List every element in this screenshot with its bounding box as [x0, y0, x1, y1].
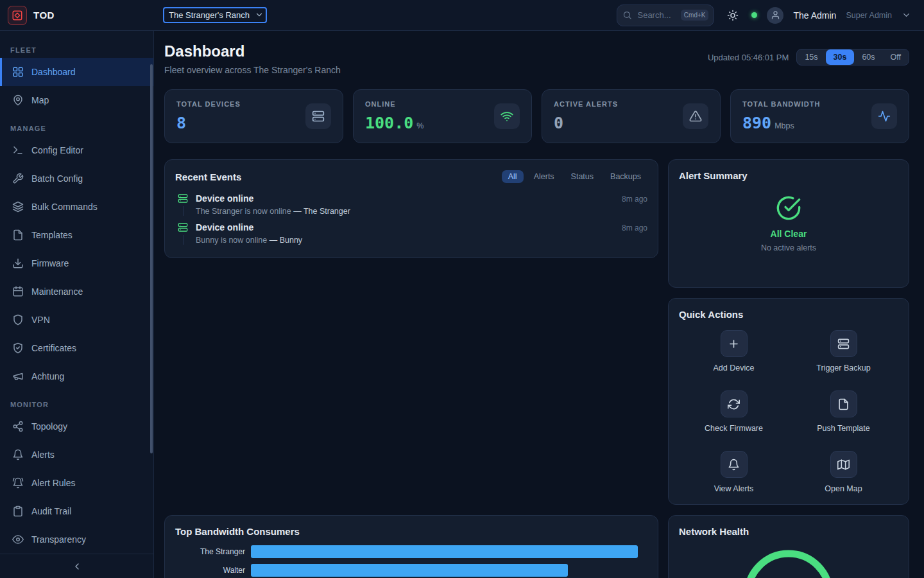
sidebar-scrollbar[interactable] — [150, 64, 153, 453]
sidebar-item-label: Firmware — [31, 258, 69, 268]
refresh-60s-button[interactable]: 60s — [854, 49, 882, 65]
stat-label: TOTAL BANDWIDTH — [742, 100, 820, 108]
page-subtitle: Fleet overview across The Stranger's Ran… — [164, 65, 341, 75]
bell-icon — [728, 459, 740, 471]
shield-check-icon — [12, 342, 24, 354]
sidebar-item-templates[interactable]: Templates — [0, 221, 153, 249]
wrench-icon — [12, 173, 24, 184]
chevron-left-icon — [72, 561, 82, 572]
health-ring-chart — [740, 547, 837, 578]
bandwidth-bars: The Stranger Walter — [175, 545, 647, 577]
bandwidth-bar-row: The Stranger — [175, 545, 647, 558]
refresh-off-button[interactable]: Off — [883, 49, 909, 65]
add-device-action[interactable]: Add Device — [679, 330, 789, 372]
user-menu-chevron-down-icon[interactable] — [902, 10, 911, 20]
alert-summary-card: Alert Summary All Clear No active alerts — [668, 159, 909, 288]
stat-unit: Mbps — [774, 121, 794, 130]
stat-card-online: ONLINE 100.0 % — [353, 89, 532, 143]
map-pin-icon — [12, 94, 24, 106]
sidebar-item-vpn[interactable]: VPN — [0, 306, 153, 334]
open-map-action[interactable]: Open Map — [789, 451, 898, 493]
quick-actions-grid: Add Device Trigger Backup Check Firmware — [679, 330, 898, 493]
bandwidth-card: Top Bandwidth Consumers The Stranger Wal… — [164, 515, 658, 578]
stat-value: 0 — [554, 114, 563, 132]
network-health-title: Network Health — [679, 526, 898, 537]
refresh-15s-button[interactable]: 15s — [797, 49, 825, 65]
device-server-icon — [178, 222, 188, 232]
sidebar-item-transparency[interactable]: Transparency — [0, 525, 153, 554]
sidebar-item-label: VPN — [31, 315, 50, 325]
user-icon — [771, 10, 780, 20]
page-title: Dashboard — [164, 42, 341, 60]
event-device-name: — The Stranger — [293, 207, 350, 216]
bar-label: The Stranger — [175, 547, 251, 556]
sidebar-item-firmware[interactable]: Firmware — [0, 249, 153, 277]
stat-card-total-bandwidth: TOTAL BANDWIDTH 890 Mbps — [730, 89, 909, 143]
push-template-action[interactable]: Push Template — [789, 390, 898, 433]
main-content: Dashboard Fleet overview across The Stra… — [154, 31, 924, 578]
search-icon — [622, 10, 632, 20]
sidebar-item-bulk-commands[interactable]: Bulk Commands — [0, 193, 153, 221]
events-list: Device online The Stranger is now online… — [175, 189, 647, 247]
plus-icon — [728, 338, 740, 350]
bell-ring-icon — [12, 477, 24, 489]
refresh-30s-button[interactable]: 30s — [826, 49, 855, 65]
event-device-name: — Bunny — [270, 236, 302, 245]
stat-label: TOTAL DEVICES — [176, 100, 241, 108]
sidebar-item-alerts[interactable]: Alerts — [0, 441, 153, 469]
sidebar-item-config-editor[interactable]: Config Editor — [0, 136, 153, 164]
quick-actions-title: Quick Actions — [679, 309, 898, 320]
sidebar-item-topology[interactable]: Topology — [0, 412, 153, 441]
search-input[interactable] — [637, 10, 675, 20]
sidebar-item-label: Config Editor — [31, 145, 83, 155]
app-title: TOD — [33, 10, 55, 21]
sidebar-item-achtung[interactable]: Achtung — [0, 362, 153, 390]
view-alerts-action[interactable]: View Alerts — [679, 451, 789, 493]
event-filter-chips: All Alerts Status Backups — [502, 170, 647, 183]
content-grid: Recent Events All Alerts Status Backups — [164, 159, 909, 578]
sidebar-item-label: Bulk Commands — [31, 202, 98, 212]
clipboard-icon — [12, 505, 24, 517]
logo-zone: TOD — [0, 0, 154, 30]
filter-all-chip[interactable]: All — [502, 170, 524, 183]
network-icon — [12, 421, 24, 432]
sidebar-item-label: Certificates — [31, 343, 76, 353]
sidebar-item-batch-config[interactable]: Batch Config — [0, 164, 153, 193]
bandwidth-title: Top Bandwidth Consumers — [175, 526, 647, 537]
action-label: Push Template — [817, 424, 869, 433]
sidebar-item-alert-rules[interactable]: Alert Rules — [0, 469, 153, 497]
eye-icon — [12, 534, 24, 545]
event-row[interactable]: Device online Bunny is now online — Bunn… — [175, 218, 647, 247]
bandwidth-bar-row: Walter — [175, 564, 647, 577]
event-row[interactable]: Device online The Stranger is now online… — [175, 189, 647, 218]
sidebar-item-maintenance[interactable]: Maintenance — [0, 277, 153, 306]
fleet-selector[interactable]: The Stranger's Ranch — [163, 7, 267, 23]
global-search[interactable]: Cmd+K — [617, 4, 714, 26]
sidebar-item-label: Batch Config — [31, 173, 83, 184]
trigger-backup-action[interactable]: Trigger Backup — [789, 330, 898, 372]
stat-value: 100.0 — [365, 114, 413, 132]
refresh-interval-group: 15s 30s 60s Off — [796, 49, 909, 66]
theme-toggle-button[interactable] — [724, 6, 742, 24]
section-label-manage: MANAGE — [0, 125, 153, 132]
sidebar-collapse-button[interactable] — [0, 554, 153, 578]
filter-status-chip[interactable]: Status — [565, 170, 600, 183]
user-role: Super Admin — [846, 11, 892, 20]
event-title: Device online — [196, 193, 614, 204]
timeline-connector — [183, 206, 184, 216]
filter-backups-chip[interactable]: Backups — [604, 170, 647, 183]
check-firmware-action[interactable]: Check Firmware — [679, 390, 789, 433]
stat-card-total-devices: TOTAL DEVICES 8 — [164, 89, 343, 143]
user-avatar[interactable] — [767, 7, 783, 24]
sidebar-item-map[interactable]: Map — [0, 86, 153, 114]
filter-alerts-chip[interactable]: Alerts — [527, 170, 561, 183]
sidebar-item-audit-trail[interactable]: Audit Trail — [0, 497, 153, 525]
sidebar-item-dashboard[interactable]: Dashboard — [0, 58, 153, 86]
bell-icon — [12, 449, 24, 460]
page-header-left: Dashboard Fleet overview across The Stra… — [164, 42, 341, 75]
app-shell: FLEET Dashboard Map MANAGE Config Editor — [0, 31, 924, 578]
top-bar-main: The Stranger's Ranch Cmd+K The Admin Sup… — [154, 0, 924, 30]
sidebar-item-certificates[interactable]: Certificates — [0, 334, 153, 362]
bandwidth-bar — [251, 545, 638, 558]
user-name: The Admin — [793, 10, 836, 21]
